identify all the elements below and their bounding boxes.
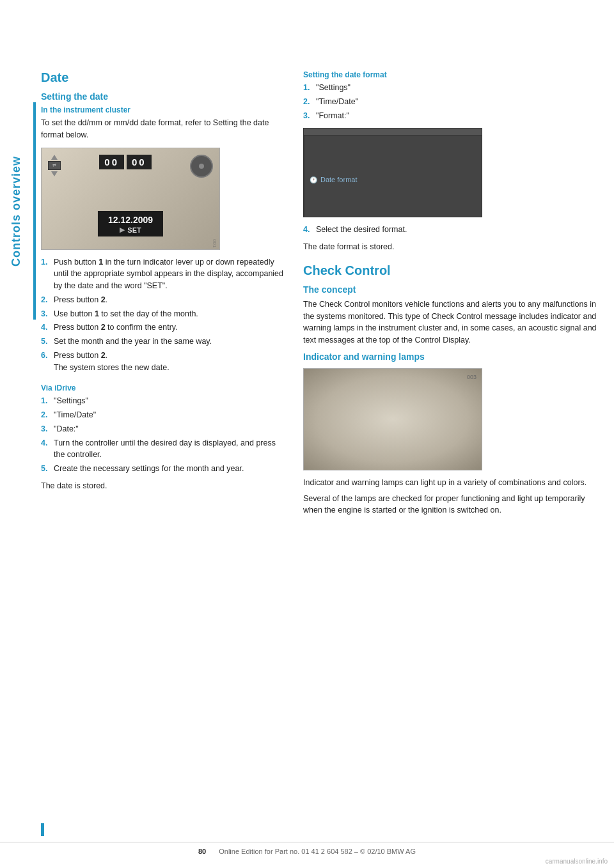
screen-title-bar: 🕐 Date format xyxy=(304,135,482,217)
dashboard-diagram: 003 xyxy=(303,368,482,470)
via-idrive-steps-list: 1. "Settings" 2. "Time/Date" 3. "Date:" … xyxy=(41,395,284,475)
indicator-warning-title: Indicator and warning lamps xyxy=(303,352,604,362)
list-item: 3. Use button 1 to set the day of the mo… xyxy=(41,308,284,320)
instrument-cluster-intro: To set the dd/mm or mm/dd date format, r… xyxy=(41,117,284,141)
nav-arrows: ⇄ xyxy=(48,155,61,176)
list-item: 2. Press button 2. xyxy=(41,294,284,306)
instrument-cluster-subtitle: In the instrument cluster xyxy=(41,105,284,114)
instrument-cluster-diagram: ⇄ 00 00 12.12. xyxy=(41,148,220,250)
date-display: 12.12.2009 ▶ SET xyxy=(98,211,163,236)
list-item: 4. Press button 2 to confirm the entry. xyxy=(41,322,284,334)
setting-date-format-title: Setting the date format xyxy=(303,70,604,79)
date-section-title: Date xyxy=(41,70,284,85)
date-format-steps-list: 1. "Settings" 2. "Time/Date" 3. "Format:… xyxy=(303,82,604,121)
date-format-stored-note: The date format is stored. xyxy=(303,241,604,253)
diagram-top-area: ⇄ 00 00 xyxy=(48,155,213,178)
setting-date-title: Setting the date xyxy=(41,91,284,102)
indicator-text-2: Several of the lamps are checked for pro… xyxy=(303,493,604,517)
list-item: 1. "Settings" xyxy=(303,82,604,94)
list-item: 1. "Settings" xyxy=(41,395,284,407)
date-value: 12.12.2009 xyxy=(108,215,153,225)
page-number: 80 xyxy=(198,848,206,855)
watermark: 001 xyxy=(212,239,217,247)
page-container: Controls overview Date Setting the date … xyxy=(0,0,614,868)
list-item: 2. "Time/Date" xyxy=(303,96,604,108)
check-control-title: Check Control xyxy=(303,263,604,278)
date-format-step4-list: 4. Select the desired format. xyxy=(303,224,604,236)
via-idrive-title: Via iDrive xyxy=(41,384,284,392)
check-control-section: Check Control The concept The Check Cont… xyxy=(303,263,604,516)
indicator-text-1: Indicator and warning lamps can light up… xyxy=(303,477,604,489)
two-column-layout: Date Setting the date In the instrument … xyxy=(41,70,604,520)
list-item: 6. Press button 2. The system stores the… xyxy=(41,350,284,374)
blue-vertical-strip xyxy=(33,102,36,320)
date-stored-note: The date is stored. xyxy=(41,480,284,492)
screen-title: Date format xyxy=(320,176,357,183)
date-format-screen: 🕐 Date format ◀ dd.mm.yyyy mm/dd/yyyy xyxy=(303,128,482,217)
sidebar-text: Controls overview xyxy=(10,155,24,266)
right-column: Setting the date format 1. "Settings" 2.… xyxy=(303,70,604,520)
list-item: 1. Push button 1 in the turn indicator l… xyxy=(41,256,284,292)
list-item: 3. "Format:" xyxy=(303,110,604,122)
list-item: 5. Set the month and the year in the sam… xyxy=(41,336,284,348)
concept-title: The concept xyxy=(303,284,604,295)
digit-displays: 00 00 xyxy=(99,155,151,169)
page-footer: 80 Online Edition for Part no. 01 41 2 6… xyxy=(0,842,614,855)
site-watermark: carmanualsonline.info xyxy=(546,858,608,865)
list-item: 3. "Date:" xyxy=(41,423,284,435)
set-label: ▶ SET xyxy=(108,225,153,234)
copyright-text: Online Edition for Part no. 01 41 2 604 … xyxy=(219,848,416,855)
sidebar-label: Controls overview xyxy=(0,102,33,320)
list-item: 4. Select the desired format. xyxy=(303,224,604,236)
arrow-down-icon xyxy=(51,171,58,176)
speedometer-icon xyxy=(190,155,213,178)
list-item: 4. Turn the controller until the desired… xyxy=(41,437,284,461)
main-content: Date Setting the date In the instrument … xyxy=(41,70,604,520)
list-item: 2. "Time/Date" xyxy=(41,409,284,421)
arrow-up-icon xyxy=(51,155,58,160)
digit-display-1: 00 xyxy=(99,155,124,169)
list-item: 5. Create the necessary settings for the… xyxy=(41,463,284,475)
concept-text: The Check Control monitors vehicle funct… xyxy=(303,298,604,346)
diagram-watermark: 003 xyxy=(467,374,476,380)
digit-display-2: 00 xyxy=(127,155,152,169)
footer-blue-bar xyxy=(41,823,44,836)
instrument-steps-list: 1. Push button 1 in the turn indicator l… xyxy=(41,256,284,374)
left-column: Date Setting the date In the instrument … xyxy=(41,70,284,520)
